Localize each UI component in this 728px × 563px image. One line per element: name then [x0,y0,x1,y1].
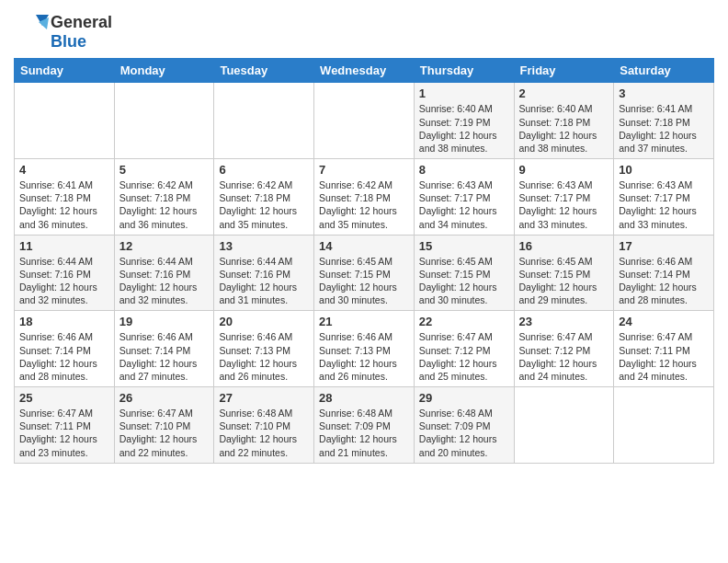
day-number: 17 [619,239,709,253]
calendar-cell [214,83,314,159]
calendar-week-4: 25Sunrise: 6:47 AM Sunset: 7:11 PM Dayli… [15,387,714,464]
day-info: Sunrise: 6:40 AM Sunset: 7:18 PM Dayligh… [519,102,609,155]
day-info: Sunrise: 6:48 AM Sunset: 7:09 PM Dayligh… [319,407,409,459]
day-info: Sunrise: 6:45 AM Sunset: 7:15 PM Dayligh… [419,255,509,307]
calendar-cell: 11Sunrise: 6:44 AM Sunset: 7:16 PM Dayli… [15,235,115,311]
calendar-cell [614,387,714,464]
calendar-cell: 23Sunrise: 6:47 AM Sunset: 7:12 PM Dayli… [514,311,614,387]
page: General Blue SundayMondayTuesdayWednesda… [0,0,728,563]
logo: General Blue [14,13,112,51]
day-info: Sunrise: 6:46 AM Sunset: 7:13 PM Dayligh… [319,330,409,383]
calendar-cell: 16Sunrise: 6:45 AM Sunset: 7:15 PM Dayli… [514,235,614,311]
day-number: 1 [419,86,509,100]
day-info: Sunrise: 6:44 AM Sunset: 7:16 PM Dayligh… [119,255,210,307]
calendar-week-1: 4Sunrise: 6:41 AM Sunset: 7:18 PM Daylig… [15,159,714,236]
day-info: Sunrise: 6:43 AM Sunset: 7:17 PM Dayligh… [519,178,609,231]
day-number: 21 [319,315,409,328]
calendar-cell: 1Sunrise: 6:40 AM Sunset: 7:19 PM Daylig… [414,83,514,159]
calendar-cell: 20Sunrise: 6:46 AM Sunset: 7:13 PM Dayli… [214,311,314,387]
day-info: Sunrise: 6:45 AM Sunset: 7:15 PM Dayligh… [519,255,609,307]
day-number: 5 [119,163,210,177]
calendar-week-0: 1Sunrise: 6:40 AM Sunset: 7:19 PM Daylig… [15,83,714,159]
day-number: 20 [219,315,309,328]
day-info: Sunrise: 6:47 AM Sunset: 7:11 PM Dayligh… [619,330,709,383]
calendar-week-2: 11Sunrise: 6:44 AM Sunset: 7:16 PM Dayli… [15,235,714,311]
calendar-cell [314,83,415,159]
day-info: Sunrise: 6:42 AM Sunset: 7:18 PM Dayligh… [119,178,210,231]
weekday-header-saturday: Saturday [614,59,714,83]
day-number: 14 [319,239,409,253]
day-number: 24 [619,315,709,328]
day-number: 22 [419,315,509,328]
calendar-table: SundayMondayTuesdayWednesdayThursdayFrid… [14,58,714,463]
calendar-cell: 26Sunrise: 6:47 AM Sunset: 7:10 PM Dayli… [114,387,214,464]
day-info: Sunrise: 6:47 AM Sunset: 7:12 PM Dayligh… [419,330,509,383]
day-info: Sunrise: 6:44 AM Sunset: 7:16 PM Dayligh… [19,255,109,307]
day-number: 29 [419,391,509,405]
calendar-cell: 19Sunrise: 6:46 AM Sunset: 7:14 PM Dayli… [114,311,214,387]
day-number: 9 [519,163,609,177]
day-info: Sunrise: 6:41 AM Sunset: 7:18 PM Dayligh… [19,178,109,231]
calendar-cell: 28Sunrise: 6:48 AM Sunset: 7:09 PM Dayli… [314,387,415,464]
day-number: 12 [119,239,210,253]
calendar-cell [514,387,614,464]
weekday-header-thursday: Thursday [414,59,514,83]
day-info: Sunrise: 6:45 AM Sunset: 7:15 PM Dayligh… [319,255,409,307]
calendar-cell: 8Sunrise: 6:43 AM Sunset: 7:17 PM Daylig… [414,159,514,236]
calendar-week-3: 18Sunrise: 6:46 AM Sunset: 7:14 PM Dayli… [15,311,714,387]
day-info: Sunrise: 6:48 AM Sunset: 7:09 PM Dayligh… [419,407,509,459]
day-number: 18 [19,315,109,328]
day-number: 11 [19,239,109,253]
day-info: Sunrise: 6:47 AM Sunset: 7:12 PM Dayligh… [519,330,609,383]
weekday-header-tuesday: Tuesday [214,59,314,83]
calendar-cell [15,83,115,159]
calendar-cell: 29Sunrise: 6:48 AM Sunset: 7:09 PM Dayli… [414,387,514,464]
day-number: 7 [319,163,409,177]
calendar-cell: 3Sunrise: 6:41 AM Sunset: 7:18 PM Daylig… [614,83,714,159]
calendar-cell: 21Sunrise: 6:46 AM Sunset: 7:13 PM Dayli… [314,311,415,387]
day-info: Sunrise: 6:47 AM Sunset: 7:11 PM Dayligh… [19,407,109,459]
day-info: Sunrise: 6:42 AM Sunset: 7:18 PM Dayligh… [319,178,409,231]
day-info: Sunrise: 6:43 AM Sunset: 7:17 PM Dayligh… [419,178,509,231]
calendar-cell [114,83,214,159]
calendar-cell: 27Sunrise: 6:48 AM Sunset: 7:10 PM Dayli… [214,387,314,464]
calendar-cell: 6Sunrise: 6:42 AM Sunset: 7:18 PM Daylig… [214,159,314,236]
day-info: Sunrise: 6:46 AM Sunset: 7:14 PM Dayligh… [119,330,210,383]
logo-blue: Blue [51,32,112,52]
day-number: 16 [519,239,609,253]
calendar-cell: 7Sunrise: 6:42 AM Sunset: 7:18 PM Daylig… [314,159,415,236]
calendar-cell: 2Sunrise: 6:40 AM Sunset: 7:18 PM Daylig… [514,83,614,159]
day-info: Sunrise: 6:46 AM Sunset: 7:14 PM Dayligh… [619,255,709,307]
day-info: Sunrise: 6:42 AM Sunset: 7:18 PM Dayligh… [219,178,309,231]
calendar-cell: 15Sunrise: 6:45 AM Sunset: 7:15 PM Dayli… [414,235,514,311]
day-number: 6 [219,163,309,177]
day-number: 8 [419,163,509,177]
day-number: 27 [219,391,309,405]
calendar-cell: 9Sunrise: 6:43 AM Sunset: 7:17 PM Daylig… [514,159,614,236]
day-number: 4 [19,163,109,177]
day-number: 13 [219,239,309,253]
day-info: Sunrise: 6:46 AM Sunset: 7:14 PM Dayligh… [19,330,109,383]
day-number: 26 [119,391,210,405]
calendar-cell: 5Sunrise: 6:42 AM Sunset: 7:18 PM Daylig… [114,159,214,236]
weekday-header-monday: Monday [114,59,214,83]
calendar-cell: 10Sunrise: 6:43 AM Sunset: 7:17 PM Dayli… [614,159,714,236]
day-info: Sunrise: 6:48 AM Sunset: 7:10 PM Dayligh… [219,407,309,459]
day-number: 3 [619,86,709,100]
logo-svg [14,13,49,48]
day-info: Sunrise: 6:40 AM Sunset: 7:19 PM Dayligh… [419,102,509,155]
weekday-header-sunday: Sunday [15,59,115,83]
day-info: Sunrise: 6:44 AM Sunset: 7:16 PM Dayligh… [219,255,309,307]
calendar-cell: 18Sunrise: 6:46 AM Sunset: 7:14 PM Dayli… [15,311,115,387]
day-info: Sunrise: 6:41 AM Sunset: 7:18 PM Dayligh… [619,102,709,155]
day-number: 2 [519,86,609,100]
day-number: 15 [419,239,509,253]
calendar-cell: 24Sunrise: 6:47 AM Sunset: 7:11 PM Dayli… [614,311,714,387]
day-info: Sunrise: 6:47 AM Sunset: 7:10 PM Dayligh… [119,407,210,459]
calendar-cell: 13Sunrise: 6:44 AM Sunset: 7:16 PM Dayli… [214,235,314,311]
calendar-cell: 14Sunrise: 6:45 AM Sunset: 7:15 PM Dayli… [314,235,415,311]
day-number: 10 [619,163,709,177]
day-number: 28 [319,391,409,405]
calendar-cell: 22Sunrise: 6:47 AM Sunset: 7:12 PM Dayli… [414,311,514,387]
day-number: 19 [119,315,210,328]
